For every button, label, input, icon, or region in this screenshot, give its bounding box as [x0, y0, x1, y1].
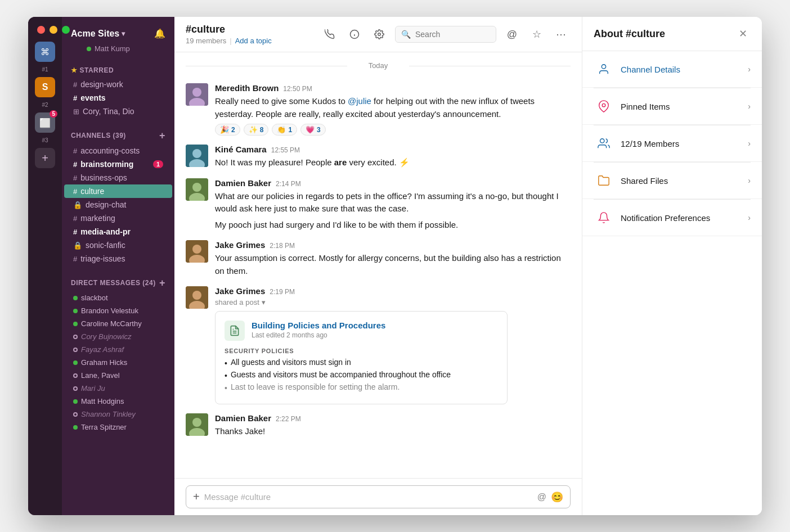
channel-accounting-costs[interactable]: # accounting-costs [64, 144, 172, 157]
message-text-2: My pooch just had surgery and I'd like t… [215, 219, 571, 232]
panel-item-channel-details[interactable]: Channel Details › [582, 51, 762, 88]
channel-culture[interactable]: # culture [64, 184, 172, 198]
timestamp: 2:22 PM [276, 415, 301, 423]
panel-item-notifications[interactable]: Notification Preferences › [582, 200, 762, 236]
dm-graham[interactable]: Graham Hicks [64, 356, 172, 369]
panel-close-button[interactable]: ✕ [735, 26, 751, 42]
notification-bell[interactable]: 🔔 [154, 28, 165, 39]
message-input-area: + @ 😊 [174, 478, 582, 515]
dm-caroline[interactable]: Caroline McCarthy [64, 317, 172, 330]
message-header: Damien Baker 2:22 PM [215, 413, 571, 423]
date-divider: Today [186, 61, 571, 70]
dm-mari[interactable]: Mari Ju [64, 382, 172, 395]
app-icon-add[interactable]: + [35, 148, 55, 168]
post-bullet: • Last to leave is responsible for setti… [225, 382, 498, 393]
message-header: Kiné Camara 12:55 PM [215, 145, 571, 154]
message-text: Really need to give some Kudos to @julie… [215, 95, 571, 120]
dm-terra[interactable]: Terra Spitzner [64, 421, 172, 434]
starred-header[interactable]: ★ STARRED [62, 63, 174, 78]
sender-name: Meredith Brown [215, 83, 279, 93]
close-button[interactable] [37, 26, 45, 34]
dm-lane[interactable]: Lane, Pavel [64, 369, 172, 382]
starred-events[interactable]: # events [64, 91, 172, 105]
settings-icon[interactable] [370, 25, 388, 43]
dm-fayaz[interactable]: Fayaz Ashraf [64, 343, 172, 356]
channel-marketing[interactable]: # marketing [64, 211, 172, 225]
app-icon-1[interactable]: ⌘ [35, 42, 55, 62]
panel-chevron: › [748, 102, 751, 111]
panel-item-members[interactable]: 12/19 Members › [582, 125, 762, 162]
channel-media-and-pr[interactable]: # media-and-pr [64, 225, 172, 238]
add-attachment-button[interactable]: + [193, 490, 200, 503]
dm-matt[interactable]: Matt Hodgins [64, 395, 172, 408]
status-indicator [73, 322, 78, 326]
channels-header[interactable]: CHANNELS (39) + [62, 127, 174, 144]
star-icon[interactable]: ☆ [528, 25, 546, 43]
dm-cory[interactable]: Cory Bujnowicz [64, 330, 172, 343]
add-topic-link[interactable]: Add a topic [235, 37, 272, 45]
post-subtitle: Last edited 2 months ago [252, 331, 385, 339]
add-channel-button[interactable]: + [159, 130, 165, 141]
dm-brandon[interactable]: Brandon Velestuk [64, 304, 172, 317]
panel-items: Channel Details › Pinned Items › [582, 51, 762, 515]
message-input[interactable] [204, 492, 533, 502]
channel-title-area: #culture 19 members | Add a topic [186, 24, 272, 45]
message-input-box: + @ 😊 [186, 485, 571, 508]
app-icon-2[interactable]: S [35, 77, 55, 97]
dm-slackbot[interactable]: slackbot [64, 291, 172, 304]
sender-name: Jake Grimes [215, 286, 265, 296]
status-indicator [73, 296, 78, 300]
status-indicator [73, 309, 78, 313]
starred-design-work[interactable]: # design-work [64, 78, 172, 91]
reaction[interactable]: ✨8 [244, 124, 269, 136]
message-text: Thanks Jake! [215, 425, 571, 438]
channel-business-ops[interactable]: # business-ops [64, 171, 172, 184]
message-group: Meredith Brown 12:50 PM Really need to g… [186, 79, 571, 140]
message-text: No! It was my pleasure! People are very … [215, 156, 571, 169]
channel-design-chat[interactable]: 🔒 design-chat [64, 198, 172, 211]
message-content: Damien Baker 2:14 PM What are our polici… [215, 178, 571, 232]
header-actions: 🔍 @ ☆ ⋯ [321, 25, 571, 43]
avatar [186, 240, 208, 263]
add-dm-button[interactable]: + [159, 278, 165, 288]
message-header: Damien Baker 2:14 PM [215, 178, 571, 188]
starred-group[interactable]: ⊞ Cory, Tina, Dio [64, 105, 172, 118]
svg-point-6 [602, 65, 605, 69]
maximize-button[interactable] [62, 26, 70, 34]
emoji-button[interactable]: 😊 [551, 491, 563, 503]
panel-item-shared-files[interactable]: Shared Files › [582, 163, 762, 199]
more-icon[interactable]: ⋯ [553, 25, 571, 43]
reaction[interactable]: 💗3 [300, 124, 326, 136]
workspace-name[interactable]: Acme Sites ▾ [71, 29, 125, 39]
phone-icon[interactable] [321, 25, 339, 43]
at-mention-button[interactable]: @ [537, 492, 546, 502]
dm-shannon[interactable]: Shannon Tinkley [64, 408, 172, 421]
mention[interactable]: @julie [348, 96, 371, 106]
main-chat: #culture 19 members | Add a topic [174, 17, 582, 515]
app-label-3: #3 [42, 137, 48, 143]
minimize-button[interactable] [50, 26, 57, 34]
channel-triage-issues[interactable]: # triage-issues [64, 252, 172, 265]
channel-brainstorming[interactable]: # brainstorming 1 [64, 157, 172, 171]
timestamp: 2:18 PM [270, 242, 295, 250]
reaction[interactable]: 🎉2 [215, 124, 240, 136]
info-icon[interactable] [345, 25, 363, 43]
dm-header[interactable]: DIRECT MESSAGES (24) + [62, 274, 174, 291]
post-bullet: • All guests and visitors must sign in [225, 358, 498, 368]
post-card[interactable]: Building Policies and Procedures Last ed… [215, 311, 508, 404]
post-title[interactable]: Building Policies and Procedures [252, 321, 385, 330]
message-group: Jake Grimes 2:18 PM Your assumption is c… [186, 236, 571, 282]
avatar [186, 286, 208, 309]
panel-item-pinned[interactable]: Pinned Items › [582, 88, 762, 125]
status-indicator [73, 425, 78, 430]
reaction[interactable]: 👏1 [272, 124, 297, 136]
post-content: SECURITY POLICIES • All guests and visit… [225, 348, 498, 393]
status-indicator [73, 373, 78, 378]
app-icon-3[interactable]: ⬜ 5 [35, 112, 55, 133]
status-indicator [73, 412, 78, 417]
channel-sonic-fanfic[interactable]: 🔒 sonic-fanfic [64, 238, 172, 252]
search-input[interactable] [415, 30, 490, 39]
timestamp: 2:14 PM [276, 180, 301, 188]
search-box[interactable]: 🔍 [395, 26, 496, 43]
at-icon[interactable]: @ [503, 25, 521, 43]
